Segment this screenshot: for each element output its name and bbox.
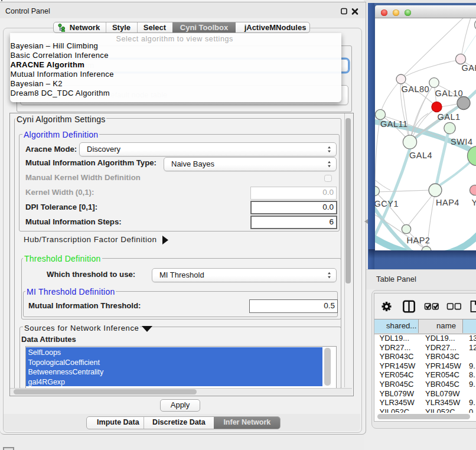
svg-text:Y: Y — [472, 198, 476, 207]
svg-text:GAL80: GAL80 — [402, 84, 430, 94]
svg-text:GAL4: GAL4 — [409, 151, 432, 160]
svg-text:GAL10: GAL10 — [435, 89, 464, 98]
svg-text:GAL11: GAL11 — [380, 119, 408, 129]
svg-text:GAL1: GAL1 — [438, 112, 461, 122]
svg-text:SWI4: SWI4 — [451, 137, 472, 146]
svg-text:HAP4: HAP4 — [436, 198, 459, 207]
svg-text:GCY1: GCY1 — [375, 199, 399, 208]
svg-text:HAP2: HAP2 — [407, 236, 431, 245]
svg-text:GAL: GAL — [462, 63, 476, 73]
